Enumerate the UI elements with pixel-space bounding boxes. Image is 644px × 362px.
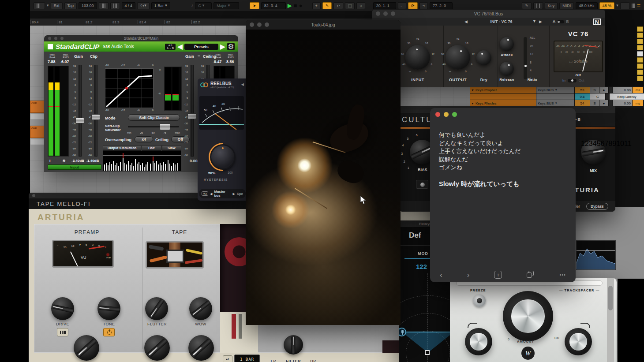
loop-start-field[interactable]: 20. 1. 1 <box>373 2 396 9</box>
wear-knob[interactable] <box>144 335 170 361</box>
arrangement-position[interactable]: 82. 3. 4 <box>261 2 286 9</box>
punch-in-icon[interactable]: ⌐ <box>398 2 406 9</box>
photo-titlebar[interactable]: Toaki-04.jpg <box>246 20 401 30</box>
draw-icon[interactable]: ✎ <box>522 2 532 9</box>
arm-button[interactable]: ● <box>599 100 608 106</box>
preset-menu[interactable]: INIT - VC 76▼ <box>470 19 536 24</box>
flutter-knob[interactable] <box>145 297 168 320</box>
close-icon[interactable] <box>435 112 440 117</box>
input-mode-button[interactable]: Input <box>48 164 101 170</box>
midi-ch[interactable]: 54 <box>575 100 590 106</box>
automation-lane[interactable] <box>30 139 44 145</box>
drive-character-button[interactable] <box>57 328 68 336</box>
input-knob[interactable]: 2430183612486∞0 <box>405 45 430 70</box>
clip-fader[interactable] <box>94 65 97 157</box>
highcut-knob[interactable] <box>565 328 592 355</box>
disclosure-icon[interactable]: ▼ <box>471 89 474 92</box>
gain-fader-thumb[interactable] <box>75 118 84 123</box>
mode-selector[interactable]: Soft Clip Classic <box>128 114 180 121</box>
mix-knob[interactable]: 1234567891011 <box>581 140 606 164</box>
next-bus-icon[interactable]: ▶ <box>232 192 235 195</box>
lowcut-knob[interactable] <box>465 328 492 355</box>
ratio-scale[interactable]: ALL2012841 <box>530 36 535 80</box>
key-root-menu[interactable]: C▾ <box>195 2 212 9</box>
solo-button[interactable]: S <box>590 87 599 93</box>
punch-out-icon[interactable]: ¬ <box>419 2 428 9</box>
bias-toggle[interactable] <box>416 180 428 189</box>
disclosure-icon[interactable]: ▼ <box>471 102 474 105</box>
empty-chooser[interactable] <box>536 93 574 100</box>
out-rms-value[interactable]: -8.56 <box>225 60 234 64</box>
display-tabs[interactable]: Output+Reduction Half Slow <box>103 145 181 151</box>
scale-icon[interactable]: ♪ <box>191 4 194 7</box>
add-locator-button[interactable]: + <box>312 2 321 9</box>
next-preset-icon[interactable]: ▶ <box>539 20 542 24</box>
prev-bus-icon[interactable]: ◀ <box>210 192 212 195</box>
back-icon[interactable]: ‹ <box>440 271 442 279</box>
ab-compare[interactable]: A BA → B <box>165 44 176 50</box>
bus-selector[interactable]: Master bus <box>214 190 231 198</box>
keep-latency-button[interactable]: Keep Latency <box>610 93 644 100</box>
key-scale-menu[interactable]: Major▾ <box>213 2 239 9</box>
traffic-lights[interactable] <box>435 112 457 117</box>
dry-knob[interactable] <box>476 50 491 65</box>
solo-button[interactable]: S <box>590 100 599 106</box>
rotary-rate-value[interactable]: 122 <box>416 263 427 270</box>
noise-preview-button[interactable]: ▸‖ <box>223 355 232 362</box>
track-row[interactable]: ▼Keys.Prophet Keys.BUS ▼ 53 S ● 0.00 ms <box>470 87 644 93</box>
tempo-field[interactable]: 103.00 <box>79 2 97 9</box>
prev-preset-icon[interactable]: ◀ <box>177 43 183 50</box>
saturator-thumb[interactable] <box>160 123 170 130</box>
copy-icon[interactable] <box>527 271 535 279</box>
loop-length-field[interactable]: 77. 2. 0 <box>430 2 453 9</box>
bypass-button[interactable]: Bypass <box>586 203 608 210</box>
follow-button[interactable]: ➤ <box>250 2 259 9</box>
audio-clip[interactable]: Audi <box>30 126 44 138</box>
stop-button[interactable]: ■ <box>294 3 297 8</box>
amount-knob[interactable] <box>503 291 553 341</box>
saturator-slider[interactable] <box>128 126 179 127</box>
tone-power-button[interactable] <box>103 328 115 336</box>
drive-knob[interactable] <box>51 297 74 320</box>
rotary-preset[interactable]: Def <box>409 231 421 240</box>
track-row-line2[interactable]: 0.6 C Keep Latency <box>470 93 644 100</box>
chevron-down-icon[interactable]: ▾ <box>616 4 618 7</box>
clip-fader-thumb[interactable] <box>91 114 100 120</box>
zoom-icon[interactable] <box>452 112 457 117</box>
chevron-down-icon[interactable]: ▾ <box>47 4 49 7</box>
release-knob[interactable] <box>500 62 514 76</box>
ratio-slider[interactable] <box>524 37 527 79</box>
pan-field[interactable]: C <box>590 93 605 100</box>
keyboard-icon[interactable] <box>533 2 543 9</box>
more-icon[interactable]: ••• <box>559 272 566 277</box>
link-icon[interactable]: ∞ <box>198 54 200 58</box>
tone-knob[interactable] <box>97 297 120 320</box>
ab-toggle[interactable]: AB <box>553 19 569 24</box>
input-db-values[interactable]: -3.40dB -1.40dB <box>71 159 99 163</box>
nudge-up-icon[interactable] <box>110 2 120 9</box>
ext-button[interactable]: Ext <box>51 2 63 9</box>
vc76-titlebar[interactable]: VC 76/Riff.Bus <box>372 10 605 18</box>
out-gain-thumb[interactable] <box>187 113 196 119</box>
in-rms-value[interactable]: -6.07 <box>60 60 69 64</box>
prev-preset-icon[interactable]: ◀ <box>464 20 468 24</box>
tap-button[interactable]: Tap <box>64 2 77 9</box>
rotary-mod-tab[interactable]: MOD <box>418 251 428 256</box>
attack-knob[interactable] <box>500 37 514 51</box>
filter-knob[interactable] <box>284 335 303 355</box>
oversampling-selector[interactable]: x4 <box>135 136 153 142</box>
track-row[interactable]: ▼Keys.Rhodes Keys.BUS ▼ 54 S ● 0.00 ms <box>470 100 644 106</box>
rotary-radar[interactable] <box>399 273 457 362</box>
noise-sync-display[interactable]: 1 BAR <box>234 355 260 362</box>
output-knob[interactable]: 2430183612486∞0 <box>446 45 470 70</box>
automation-lane[interactable] <box>30 114 44 120</box>
output-routing[interactable]: Keys.BUS ▼ <box>536 100 574 106</box>
send-cells[interactable] <box>637 26 643 86</box>
metronome-button[interactable]: ○●▾ <box>137 2 150 9</box>
selection-box-icon[interactable]: ⬚ <box>345 2 355 9</box>
minimize-icon[interactable] <box>444 112 449 117</box>
key-map-button[interactable]: Key <box>545 2 558 9</box>
track-delay[interactable]: 0.00 <box>613 87 632 93</box>
freeze-button[interactable] <box>473 295 486 307</box>
mechanics-knob[interactable] <box>188 335 214 361</box>
